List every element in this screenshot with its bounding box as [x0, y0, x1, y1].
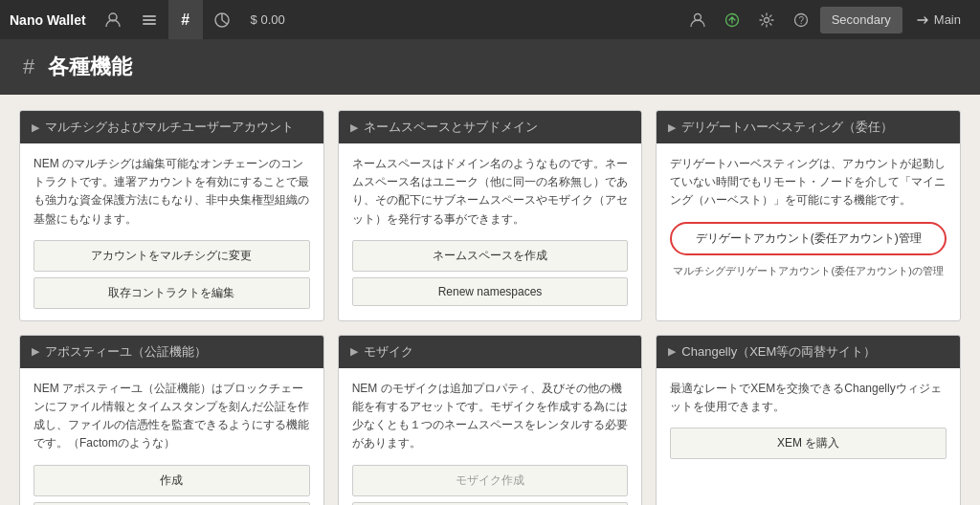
card-header-label-delegated-harvesting: デリゲートハーベスティング（委任） [681, 119, 893, 136]
svg-point-7 [764, 17, 768, 22]
balance-display: $ 0.00 [239, 12, 297, 27]
card-header-delegated-harvesting[interactable]: ▶デリゲートハーベスティング（委任） [657, 111, 960, 143]
page-title: 各種機能 [48, 53, 132, 81]
card-body-delegated-harvesting: デリゲートハーベスティングは、アカウントが起動していない時間でもリモート・ノード… [657, 143, 960, 293]
card-desc-mosaic: NEM のモザイクは追加プロパティ、及びその他の機能を有するアセットです。モザイ… [352, 380, 629, 453]
svg-rect-3 [143, 23, 156, 25]
card-header-label-apostille: アポスティーユ（公証機能） [45, 343, 207, 361]
brand-logo: Nano Wallet [10, 12, 86, 28]
secondary-account-button[interactable]: Secondary [820, 7, 902, 33]
transfer-nav-icon[interactable] [132, 0, 167, 39]
card-btn-changelly-0[interactable]: XEM を購入 [670, 428, 947, 459]
card-btn-apostille-1[interactable]: 監査（公証の確認） [33, 502, 310, 506]
card-btn-namespace-1[interactable]: Renew namespaces [352, 277, 629, 306]
card-mosaic: ▶モザイクNEM のモザイクは追加プロパティ、及びその他の機能を有するアセットで… [338, 335, 643, 505]
settings-right-icon[interactable] [751, 0, 782, 39]
hash-nav-icon[interactable]: # [168, 0, 203, 39]
card-multisig: ▶マルチシグおよびマルチユーザーアカウントNEM のマルチシグは編集可能なオンチ… [19, 110, 324, 321]
card-body-changelly: 最適なレートでXEMを交換できるChangellyウィジェットを使用できます。X… [657, 368, 960, 471]
card-arrow-icon-changelly: ▶ [668, 345, 676, 358]
card-namespace: ▶ネームスペースとサブドメインネームスペースはドメイン名のようなものです。ネーム… [338, 110, 643, 321]
card-btn-sub-delegated-harvesting-1[interactable]: マルチシグデリゲートアカウント(委任アカウント)の管理 [670, 261, 947, 281]
account-nav-icon[interactable] [96, 0, 130, 39]
card-header-label-mosaic: モザイク [364, 343, 413, 361]
card-body-multisig: NEM のマルチシグは編集可能なオンチェーンのコントラクトです。連署アカウントを… [20, 143, 323, 320]
card-apostille: ▶アポスティーユ（公証機能）NEM アポスティーユ（公証機能）はブロックチェーン… [19, 335, 324, 505]
card-header-label-namespace: ネームスペースとサブドメイン [364, 119, 538, 136]
help-right-icon[interactable]: ? [786, 0, 816, 39]
card-btn-apostille-0[interactable]: 作成 [33, 465, 310, 496]
page-header: # 各種機能 [0, 39, 980, 95]
card-arrow-icon-delegated-harvesting: ▶ [668, 121, 676, 134]
nav-icon-group: # [96, 0, 239, 39]
svg-text:?: ? [798, 15, 804, 26]
top-navigation: Nano Wallet # $ 0.00 ? Secondary [0, 0, 980, 39]
card-btn-delegated-harvesting-0[interactable]: デリゲートアカウント(委任アカウント)管理 [670, 222, 947, 255]
card-header-mosaic[interactable]: ▶モザイク [339, 336, 642, 368]
chart-nav-icon[interactable] [205, 0, 239, 39]
card-arrow-icon-multisig: ▶ [32, 121, 39, 134]
card-header-namespace[interactable]: ▶ネームスペースとサブドメイン [339, 111, 642, 143]
card-desc-delegated-harvesting: デリゲートハーベスティングは、アカウントが起動していない時間でもリモート・ノード… [670, 155, 947, 210]
card-desc-apostille: NEM アポスティーユ（公証機能）はブロックチェーンにファイル情報とタイムスタン… [33, 380, 310, 453]
card-header-apostille[interactable]: ▶アポスティーユ（公証機能） [20, 336, 323, 368]
card-btn-multisig-1[interactable]: 取存コントラクトを編集 [33, 277, 310, 309]
card-btn-multisig-0[interactable]: アカウントをマルチシグに変更 [33, 240, 310, 272]
card-delegated-harvesting: ▶デリゲートハーベスティング（委任）デリゲートハーベスティングは、アカウントが起… [656, 110, 961, 321]
card-desc-namespace: ネームスペースはドメイン名のようなものです。ネームスペース名はユニーク（他に同一… [352, 155, 629, 229]
topnav-right-group: ? Secondary Main [682, 0, 970, 39]
card-desc-changelly: 最適なレートでXEMを交換できるChangellyウィジェットを使用できます。 [670, 380, 947, 416]
card-header-label-multisig: マルチシグおよびマルチユーザーアカウント [45, 119, 294, 136]
card-desc-multisig: NEM のマルチシグは編集可能なオンチェーンのコントラクトです。連署アカウントを… [33, 155, 310, 229]
card-header-multisig[interactable]: ▶マルチシグおよびマルチユーザーアカウント [20, 111, 323, 143]
svg-rect-2 [143, 19, 156, 21]
card-body-namespace: ネームスペースはドメイン名のようなものです。ネームスペース名はユニーク（他に同一… [339, 143, 642, 318]
svg-rect-1 [143, 15, 156, 17]
card-header-label-changelly: Changelly（XEM等の両替サイト） [681, 343, 876, 361]
card-arrow-icon-mosaic: ▶ [350, 345, 358, 358]
card-body-mosaic: NEM のモザイクは追加プロパティ、及びその他の機能を有するアセットです。モザイ… [339, 368, 642, 505]
card-changelly: ▶Changelly（XEM等の両替サイト）最適なレートでXEMを交換できるCh… [656, 335, 961, 505]
card-header-changelly[interactable]: ▶Changelly（XEM等の両替サイト） [657, 336, 960, 368]
main-account-button[interactable]: Main [906, 7, 970, 33]
user-right-icon[interactable] [682, 0, 713, 39]
page-header-hash: # [23, 55, 34, 79]
card-btn-mosaic-0: モザイク作成 [352, 465, 629, 496]
features-grid: ▶マルチシグおよびマルチユーザーアカウントNEM のマルチシグは編集可能なオンチ… [0, 95, 980, 505]
card-btn-mosaic-1: モザイク編集 [352, 502, 629, 506]
upload-right-icon[interactable] [717, 0, 747, 39]
card-arrow-icon-apostille: ▶ [32, 345, 39, 358]
card-arrow-icon-namespace: ▶ [350, 121, 358, 134]
card-body-apostille: NEM アポスティーユ（公証機能）はブロックチェーンにファイル情報とタイムスタン… [20, 368, 323, 505]
card-btn-namespace-0[interactable]: ネームスペースを作成 [352, 240, 629, 272]
